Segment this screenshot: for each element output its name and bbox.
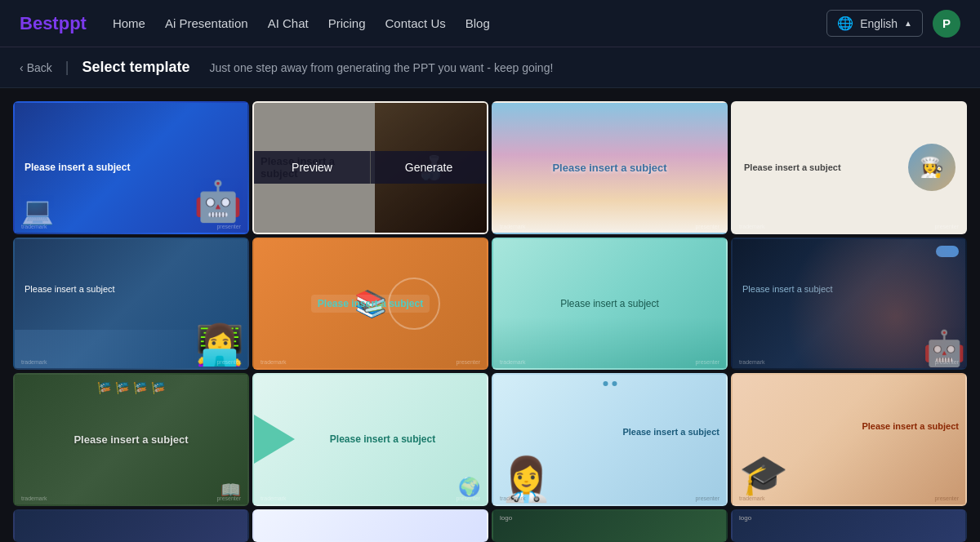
generate-button-8[interactable]: Generate	[849, 287, 965, 320]
template-card-15[interactable]: logo Preview Generate	[492, 509, 728, 542]
preview-button-4[interactable]: Preview	[733, 151, 849, 184]
generate-button-6[interactable]: Generate	[371, 287, 487, 320]
preview-button-15[interactable]: Preview	[493, 509, 609, 542]
logo-b: B	[20, 13, 33, 33]
generate-button-14[interactable]: Generate	[371, 509, 487, 542]
generate-button-12[interactable]: Generate	[849, 423, 965, 455]
template-card-1[interactable]: Please insert a subject 🤖 💻 trademark pr…	[13, 101, 249, 234]
breadcrumb-divider: |	[65, 59, 69, 76]
navbar-left: Bestppt Home Ai Presentation AI Chat Pri…	[20, 13, 490, 34]
chevron-up-icon: ▲	[904, 19, 912, 28]
back-label: Back	[27, 61, 52, 74]
preview-button-6[interactable]: Preview	[254, 287, 370, 320]
template-card-4[interactable]: Please insert a subject 👩‍🍳 trademark pr…	[731, 101, 967, 234]
template-card-9[interactable]: 🎏 🎏 🎏 🎏 Please insert a subject 📖 tradem…	[13, 373, 249, 506]
user-avatar[interactable]: P	[933, 10, 960, 38]
navbar: Bestppt Home Ai Presentation AI Chat Pri…	[0, 0, 980, 47]
preview-button-13[interactable]: Preview	[15, 509, 131, 542]
template-card-13[interactable]: Preview Generate	[13, 509, 249, 542]
preview-button-5[interactable]: Preview	[15, 287, 131, 320]
preview-button-8[interactable]: Preview	[733, 287, 849, 320]
template-card-7[interactable]: Please insert a subject trademark presen…	[492, 238, 728, 371]
generate-button-13[interactable]: Generate	[131, 509, 247, 542]
preview-button-9[interactable]: Preview	[15, 423, 131, 455]
preview-button-2[interactable]: Preview	[254, 151, 370, 184]
breadcrumb-bar: ‹ Back | Select template Just one step a…	[0, 47, 980, 88]
template-card-14[interactable]: Preview Generate	[252, 509, 488, 542]
language-selector[interactable]: 🌐 English ▲	[826, 10, 923, 37]
generate-button[interactable]: Generate	[131, 151, 247, 184]
preview-button[interactable]: Preview	[15, 151, 131, 184]
preview-button-16[interactable]: Preview	[733, 509, 849, 542]
preview-button-3[interactable]: Preview	[493, 151, 609, 184]
back-button[interactable]: ‹ Back	[20, 61, 52, 74]
nav-pricing[interactable]: Pricing	[328, 16, 366, 30]
generate-button-7[interactable]: Generate	[610, 287, 726, 320]
nav-contact-us[interactable]: Contact Us	[385, 16, 446, 30]
nav-ai-presentation[interactable]: Ai Presentation	[165, 16, 248, 30]
page-title: Select template	[82, 59, 189, 76]
template-card-6[interactable]: 📚 Please insert a subject trademark pres…	[252, 238, 488, 371]
nav-links: Home Ai Presentation AI Chat Pricing Con…	[113, 16, 490, 30]
preview-button-14[interactable]: Preview	[254, 509, 370, 542]
card-2-overlay: Preview Generate	[254, 103, 487, 233]
generate-button-10[interactable]: Generate	[371, 423, 487, 455]
generate-button-9[interactable]: Generate	[131, 423, 247, 455]
nav-home[interactable]: Home	[113, 16, 145, 30]
generate-button-11[interactable]: Generate	[610, 423, 726, 455]
template-card-16[interactable]: logo Preview Generate	[731, 509, 967, 542]
template-grid: Please insert a subject 🤖 💻 trademark pr…	[0, 88, 980, 542]
generate-button-15[interactable]: Generate	[610, 509, 726, 542]
preview-button-11[interactable]: Preview	[493, 423, 609, 455]
logo-text: estppt	[33, 13, 87, 33]
template-card-3[interactable]: Please insert a subject trademark presen…	[492, 101, 728, 234]
globe-icon: 🌐	[837, 16, 853, 31]
preview-button-7[interactable]: Preview	[493, 287, 609, 320]
template-card-2[interactable]: Please insert a subject 🍶 Preview Genera…	[252, 101, 488, 234]
template-card-10[interactable]: Please insert a subject 🌍 trademark pres…	[252, 373, 488, 506]
logo[interactable]: Bestppt	[20, 13, 87, 34]
preview-button-12[interactable]: Preview	[733, 423, 849, 455]
nav-ai-chat[interactable]: AI Chat	[268, 16, 309, 30]
template-card-11[interactable]: 👩‍⚕️ Please insert a subject trademark p…	[492, 373, 728, 506]
back-chevron-icon: ‹	[20, 61, 24, 74]
preview-button-10[interactable]: Preview	[254, 423, 370, 455]
generate-button-3[interactable]: Generate	[610, 151, 726, 184]
page-subtitle: Just one step away from generating the P…	[210, 61, 554, 74]
generate-button-16[interactable]: Generate	[849, 509, 965, 542]
template-card-8[interactable]: Please insert a subject 🤖 trademark pres…	[731, 238, 967, 371]
generate-button-5[interactable]: Generate	[131, 287, 247, 320]
template-card-12[interactable]: 🎓 Please insert a subject trademark pres…	[731, 373, 967, 506]
generate-button-2[interactable]: Generate	[371, 151, 487, 184]
nav-blog[interactable]: Blog	[466, 16, 490, 30]
template-card-5[interactable]: Please insert a subject 👩‍💻 trademark pr…	[13, 238, 249, 371]
language-label: English	[860, 17, 898, 30]
generate-button-4[interactable]: Generate	[849, 151, 965, 184]
navbar-right: 🌐 English ▲ P	[826, 10, 960, 38]
